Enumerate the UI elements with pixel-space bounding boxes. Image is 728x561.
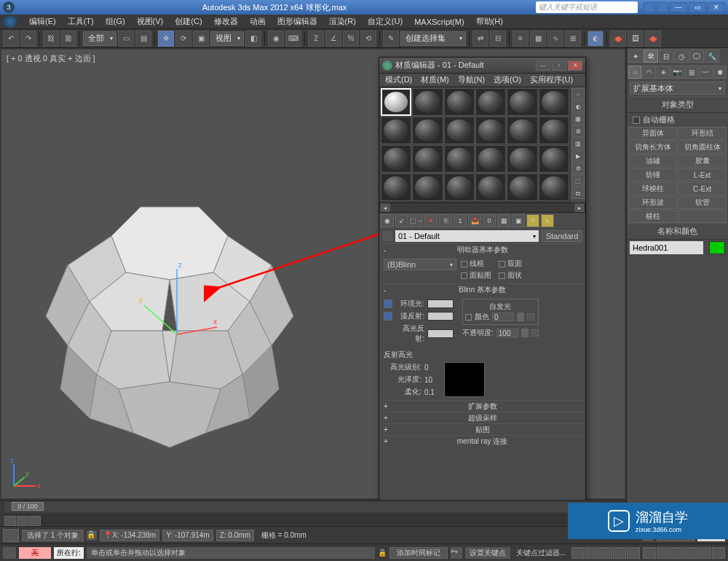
show-end-result-icon[interactable]: ▣	[512, 214, 525, 227]
btn-oiltank[interactable]: 油罐	[628, 154, 677, 168]
material-slot[interactable]	[539, 173, 569, 201]
menu-modifiers[interactable]: 修改器	[208, 16, 244, 27]
next-key-icon[interactable]	[17, 516, 28, 526]
options-icon[interactable]: ⚙	[571, 162, 585, 174]
material-slot[interactable]	[412, 117, 443, 144]
btn-hedra[interactable]: 异面体	[628, 127, 677, 140]
matmenu-options[interactable]: 选项(O)	[489, 74, 526, 85]
material-slot[interactable]	[507, 145, 537, 173]
shader-dropdown[interactable]: (B)Blinn	[384, 259, 456, 270]
matmenu-mode[interactable]: 模式(D)	[381, 74, 416, 85]
close-button[interactable]: ✕	[708, 2, 725, 12]
graphite-icon[interactable]: ▦	[530, 31, 546, 47]
redo-icon[interactable]: ↷	[20, 31, 36, 47]
select-scale-icon[interactable]: ▣	[193, 31, 209, 47]
minimize-button[interactable]: —	[670, 2, 687, 12]
rollout-name-color[interactable]: 名称和颜色	[627, 223, 728, 240]
matmenu-navigation[interactable]: 导航(N)	[454, 74, 489, 85]
help-search-input[interactable]: 键入关键字或短语	[536, 1, 638, 13]
key-filters-button[interactable]: 关键点过滤器...	[513, 547, 569, 559]
material-slot[interactable]	[381, 117, 411, 144]
refcoord-dropdown[interactable]: 视图	[210, 31, 244, 46]
material-slot[interactable]	[475, 117, 506, 144]
snap-percent-icon[interactable]: %	[343, 31, 359, 47]
material-slot[interactable]	[412, 88, 443, 116]
material-slot[interactable]	[475, 88, 506, 116]
opacity-spinner[interactable]: 100	[496, 329, 518, 337]
menu-edit[interactable]: 编辑(E)	[23, 16, 62, 27]
sample-type-icon[interactable]: ○	[571, 88, 585, 100]
material-slot[interactable]	[507, 173, 537, 201]
utilities-tab-icon[interactable]: 🔧	[705, 50, 719, 63]
goto-end-icon[interactable]	[627, 547, 640, 559]
maxscript-mini-icon[interactable]	[3, 529, 19, 542]
snap-2d-icon[interactable]: 2	[308, 31, 324, 47]
twosided-checkbox[interactable]: 双面	[499, 259, 522, 269]
rollout-maps[interactable]: +贴图	[379, 423, 585, 435]
render-production-icon[interactable]: 🫖	[645, 31, 661, 47]
btn-capsule[interactable]: 胶囊	[678, 154, 727, 168]
scroll-right-icon[interactable]: ▸	[574, 203, 585, 212]
btn-chamfercyl[interactable]: 切角圆柱体	[678, 141, 727, 154]
helpers-icon[interactable]: ⊞	[685, 66, 698, 79]
maximize-viewport-icon[interactable]	[712, 547, 725, 559]
create-tab-icon[interactable]: ✦	[628, 50, 643, 63]
zoom-extents-icon[interactable]	[670, 547, 684, 559]
motion-tab-icon[interactable]: ◷	[674, 50, 689, 63]
zoom-icon[interactable]	[657, 547, 670, 559]
material-slot[interactable]	[475, 145, 506, 173]
schematic-icon[interactable]: ⊞	[565, 31, 581, 47]
menu-create[interactable]: 创建(C)	[169, 16, 207, 27]
pivot-icon[interactable]: ◧	[245, 31, 261, 47]
matmenu-utilities[interactable]: 实用程序(U)	[526, 74, 577, 85]
gloss-spinner[interactable]: 10	[424, 376, 432, 384]
layers-icon[interactable]: ≡	[513, 31, 529, 47]
time-ruler[interactable]	[4, 514, 590, 525]
render-setup-icon[interactable]: 🫖	[610, 31, 626, 47]
soften-spinner[interactable]: 0.1	[424, 388, 435, 396]
rollout-supersample[interactable]: +超级采样	[379, 412, 585, 423]
snap-angle-icon[interactable]: ∠	[325, 31, 341, 47]
edit-named-sel-icon[interactable]: ✎	[383, 31, 399, 47]
matmenu-material[interactable]: 材质(M)	[416, 74, 454, 85]
object-color-swatch[interactable]	[709, 241, 725, 254]
viewport-label[interactable]: [ + 0 透视 0 真实 + 边面 ]	[7, 53, 95, 64]
diffuse-lock-icon[interactable]	[384, 312, 392, 321]
next-frame-icon[interactable]	[613, 547, 626, 559]
menu-maxscript[interactable]: MAXScript(M)	[408, 17, 470, 26]
app-icon[interactable]: 3	[3, 1, 15, 13]
set-key-button[interactable]: 设置关键点	[465, 547, 510, 559]
menu-help[interactable]: 帮助(H)	[470, 16, 509, 27]
material-slot[interactable]	[539, 88, 569, 116]
material-name-input[interactable]: 01 - Default	[395, 230, 539, 242]
matid-channel-icon[interactable]: 0	[483, 214, 496, 227]
app-menu-icon[interactable]	[3, 16, 17, 28]
menu-rendering[interactable]: 渲染(R)	[323, 16, 362, 27]
select-name-icon[interactable]: ▤	[135, 31, 151, 47]
category-dropdown[interactable]: 扩展基本体	[630, 82, 725, 95]
rendered-frame-icon[interactable]: 🖼	[628, 31, 644, 47]
btn-torusknot[interactable]: 环形结	[678, 127, 727, 140]
video-color-icon[interactable]: ▥	[571, 138, 585, 149]
lights-icon[interactable]: ☀	[657, 66, 670, 79]
curve-editor-icon[interactable]: ∿	[547, 31, 563, 47]
material-slot-1[interactable]	[381, 88, 411, 116]
pan-icon[interactable]	[643, 547, 656, 559]
make-unique-icon[interactable]: 1	[454, 214, 467, 227]
cameras-icon[interactable]: 📷	[670, 66, 684, 79]
select-manipulate-icon[interactable]: ◉	[268, 31, 284, 47]
rollout-mentalray[interactable]: +mental ray 连接	[379, 435, 585, 447]
menu-animation[interactable]: 动画	[244, 16, 272, 27]
reset-map-icon[interactable]: ✕	[424, 214, 438, 227]
btn-ringwave[interactable]: 环形波	[628, 196, 677, 209]
scroll-left-icon[interactable]: ◂	[380, 203, 390, 212]
wireframe-checkbox[interactable]: 线框	[461, 259, 491, 269]
script-listener-icon[interactable]	[3, 547, 16, 559]
backlight-icon[interactable]: ◐	[571, 101, 585, 112]
put-to-library-icon[interactable]: 📥	[468, 214, 481, 227]
menu-group[interactable]: 组(G)	[100, 16, 131, 27]
put-to-scene-icon[interactable]: ↙	[395, 214, 408, 227]
material-slot[interactable]	[444, 117, 475, 144]
coord-y[interactable]: Y: -107.914m	[162, 530, 213, 541]
align-icon[interactable]: ⊟	[490, 31, 506, 47]
